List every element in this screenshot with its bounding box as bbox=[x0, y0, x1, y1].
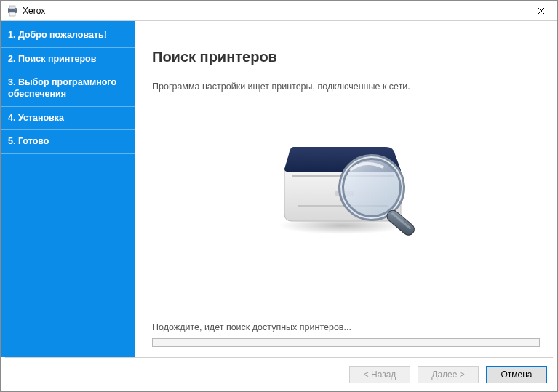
progress-bar bbox=[152, 338, 540, 347]
page-heading: Поиск принтеров bbox=[152, 49, 540, 65]
cancel-button[interactable]: Отмена bbox=[486, 366, 547, 383]
sidebar-step-done: 5. Готово bbox=[1, 130, 135, 154]
next-button: Далее > bbox=[418, 366, 479, 383]
wizard-sidebar: 1. Добро пожаловать! 2. Поиск принтеров … bbox=[1, 21, 135, 357]
sidebar-step-welcome: 1. Добро пожаловать! bbox=[1, 24, 135, 48]
back-button: < Назад bbox=[349, 366, 410, 383]
svg-point-3 bbox=[15, 9, 16, 10]
client-area: 1. Добро пожаловать! 2. Поиск принтеров … bbox=[1, 21, 557, 391]
printer-search-illustration bbox=[152, 111, 540, 256]
button-row: < Назад Далее > Отмена bbox=[1, 358, 557, 391]
wait-text: Подождите, идет поиск доступных принтеро… bbox=[152, 322, 540, 332]
app-icon bbox=[7, 5, 18, 17]
window-title: Xerox bbox=[23, 6, 525, 16]
svg-rect-1 bbox=[9, 6, 15, 9]
sidebar-step-search: 2. Поиск принтеров bbox=[1, 48, 135, 72]
main-area: 1. Добро пожаловать! 2. Поиск принтеров … bbox=[1, 21, 557, 357]
svg-rect-2 bbox=[9, 12, 15, 16]
sidebar-step-install: 4. Установка bbox=[1, 107, 135, 131]
close-icon bbox=[538, 7, 545, 15]
sidebar-step-software: 3. Выбор программного обеспечения bbox=[1, 71, 135, 106]
title-bar: Xerox bbox=[1, 1, 557, 21]
page-subheading: Программа настройки ищет принтеры, подкл… bbox=[152, 81, 540, 92]
content-panel: Поиск принтеров Программа настройки ищет… bbox=[135, 21, 557, 357]
window-close-button[interactable] bbox=[525, 1, 557, 21]
